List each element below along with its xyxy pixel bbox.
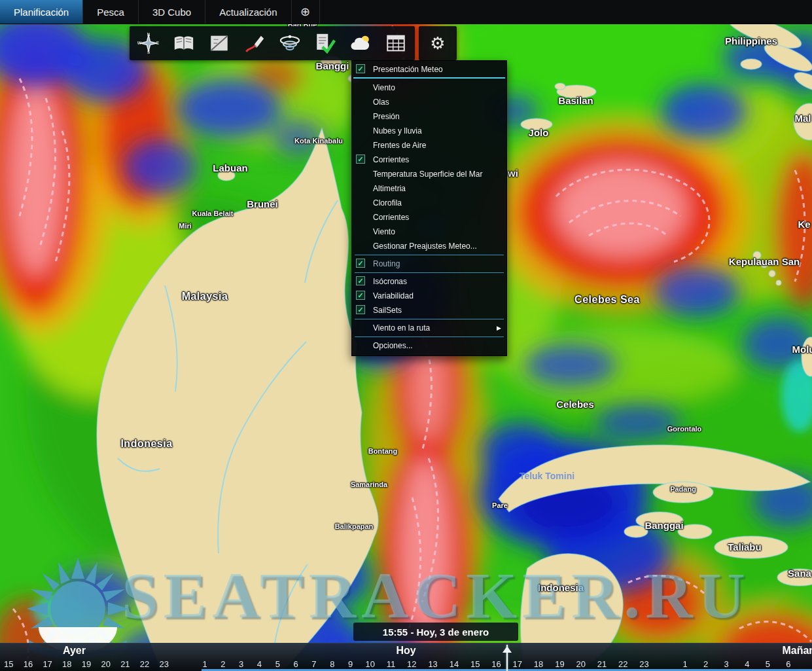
menu-item-label: SailSets [373,306,402,315]
weather-overlay-button[interactable] [345,29,376,58]
hour-tick-label[interactable]: 23 [639,659,648,669]
menu-divider [355,272,504,273]
timeline-section-hoy: Hoy [396,645,415,657]
hour-tick-label[interactable]: 18 [62,659,71,669]
menu-item-viento-en-la-ruta[interactable]: Viento en la ruta▶ [352,321,506,335]
menu-item-frentes-de-aire[interactable]: Frentes de Aire [352,138,506,153]
hour-tick-label[interactable]: 19 [82,659,91,669]
menu-item-label: Olas [373,98,389,107]
top-menu-bar: PlanificaciónPesca3D CuboActualización ⊕ [0,0,812,24]
menu-item-is-cronas[interactable]: ✓Isócronas [352,274,506,289]
hour-tick-label[interactable]: 1 [202,659,208,669]
echosounder-button[interactable] [275,29,305,58]
hour-tick-label[interactable]: 7 [311,659,317,669]
tab-pesca[interactable]: Pesca [83,0,139,24]
hour-tick-label[interactable]: 6 [785,659,792,669]
menu-divider [355,336,504,337]
menu-item-presi-n[interactable]: Presión [352,109,506,124]
route-pen-button[interactable] [239,29,270,58]
hour-tick-label[interactable]: 3 [723,659,730,669]
main-toolbar: N S W E [130,26,457,60]
menu-item-label: Frentes de Aire [373,141,426,150]
menu-item-corrientes[interactable]: Corrientes [352,210,506,225]
hour-tick-label[interactable]: 14 [450,659,459,669]
hour-tick-label[interactable]: 5 [764,659,771,669]
tab-3d-cubo[interactable]: 3D Cubo [139,0,205,24]
options-gear-button[interactable]: ⚙ [423,29,453,58]
hour-tick-label[interactable]: 2 [220,659,226,669]
weather-data-check-button[interactable] [310,29,340,58]
menu-item-altimetria[interactable]: Altimetria [352,181,506,196]
menu-item-nubes-y-lluvia[interactable]: Nubes y lluvia [352,124,506,138]
menu-item-label: Presentación Meteo [373,65,443,74]
hour-tick-label[interactable]: 12 [407,659,416,669]
hours-ayer: 151617181920212223 [4,659,169,669]
hour-tick-label[interactable]: 22 [140,659,149,669]
tab-strip: PlanificaciónPesca3D CuboActualización [0,0,292,24]
menu-divider [353,77,505,79]
menu-item-clorofila[interactable]: Clorofila [352,196,506,210]
hour-tick-label[interactable]: 2 [703,659,709,669]
menu-item-opciones[interactable]: Opciones... [352,338,506,353]
timeline-bar[interactable]: Ayer Hoy Mañana 151617181920212223 12345… [0,643,812,671]
menu-item-label: Viento [373,83,395,92]
hour-tick-label[interactable]: 18 [534,659,543,669]
menu-item-label: Viento en la ruta [373,323,430,333]
menu-item-routing[interactable]: ✓Routing [352,257,506,271]
hour-tick-label[interactable]: 15 [470,659,480,669]
hour-tick-label[interactable]: 3 [238,659,245,669]
svg-text:S: S [147,50,150,54]
hour-tick-label[interactable]: 13 [428,659,437,669]
report-button[interactable] [381,29,411,58]
menu-item-corrientes[interactable]: ✓Corrientes [352,153,506,167]
weather-options-dropdown: ✓Presentación MeteoVientoOlasPresiónNube… [351,60,507,356]
hour-tick-label[interactable]: 17 [43,659,52,669]
hour-tick-label[interactable]: 20 [101,659,110,669]
hour-tick-label[interactable]: 11 [387,659,396,669]
hour-tick-label[interactable]: 1 [682,659,688,669]
hour-tick-label[interactable]: 17 [513,659,522,669]
weather-overlay-icon [349,32,372,54]
hour-tick-label[interactable]: 10 [365,659,374,669]
menu-item-variabilidad[interactable]: ✓Variabilidad [352,289,506,303]
hour-tick-label[interactable]: 6 [292,659,299,669]
menu-item-olas[interactable]: Olas [352,95,506,109]
menu-item-viento[interactable]: Viento [352,225,506,239]
compass-button[interactable]: N S W E [133,29,164,58]
menu-item-label: Temperatura Superficie del Mar [373,170,482,179]
hour-tick-label[interactable]: 21 [597,659,607,669]
menu-item-label: Clorofila [373,198,402,208]
menu-item-viento[interactable]: Viento [352,81,506,95]
tab-actualizaci-n[interactable]: Actualización [205,0,291,24]
weather-data-check-icon [313,32,337,54]
hour-tick-label[interactable]: 4 [744,659,750,669]
add-workspace-button[interactable]: ⊕ [292,0,320,24]
submenu-arrow-icon: ▶ [497,321,501,335]
checkbox-checked-icon: ✓ [356,259,365,268]
compass-icon: N S W E [137,32,160,54]
hour-tick-label[interactable]: 5 [274,659,281,669]
menu-item-sailsets[interactable]: ✓SailSets [352,303,506,317]
hour-tick-label[interactable]: 15 [4,659,13,669]
hour-tick-label[interactable]: 23 [160,659,169,669]
chart-button[interactable] [204,29,234,58]
timeline-playhead[interactable] [503,644,512,671]
hour-tick-label[interactable]: 16 [24,659,33,669]
hour-tick-label[interactable]: 19 [555,659,564,669]
hour-tick-label[interactable]: 4 [256,659,262,669]
menu-item-presentaci-n-meteo[interactable]: ✓Presentación Meteo [352,62,506,77]
hour-tick-label[interactable]: 8 [329,659,336,669]
hour-tick-label[interactable]: 16 [491,659,501,669]
menu-item-label: Corrientes [373,213,409,222]
logbook-button[interactable] [169,29,199,58]
tab-planificaci-n[interactable]: Planificación [0,0,83,24]
hour-tick-label[interactable]: 9 [347,659,354,669]
menu-item-label: Variabilidad [373,291,414,300]
menu-item-temperatura-superficie-del-mar[interactable]: Temperatura Superficie del Mar [352,167,506,181]
hour-tick-label[interactable]: 22 [618,659,627,669]
menu-item-gestionar-preajustes-meteo[interactable]: Gestionar Preajustes Meteo... [352,239,506,253]
hour-tick-label[interactable]: 21 [120,659,130,669]
echosounder-icon [278,32,302,54]
hour-tick-label[interactable]: 20 [576,659,585,669]
hours-manana: 123456 [682,659,792,669]
